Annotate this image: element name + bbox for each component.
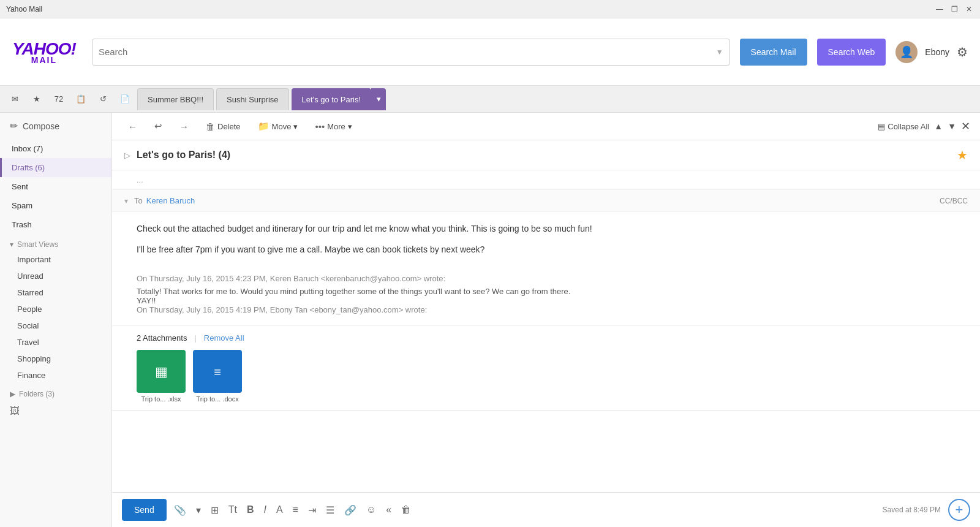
cc-bcc-button[interactable]: CC/BCC bbox=[940, 197, 968, 205]
sidebar-item-finance[interactable]: Finance bbox=[0, 367, 111, 384]
sort-up-button[interactable]: ▲ bbox=[934, 121, 943, 131]
attachment-thumb-docx: ≡ bbox=[193, 350, 242, 393]
tab-paris[interactable]: Let's go to Paris! bbox=[292, 88, 371, 110]
italic-icon[interactable]: I bbox=[261, 502, 268, 518]
smart-views-header[interactable]: ▾ Smart Views bbox=[0, 234, 111, 251]
sidebar-item-drafts[interactable]: Drafts (6) bbox=[0, 158, 111, 177]
align-icon[interactable]: ☰ bbox=[323, 502, 337, 518]
sidebar-item-inbox[interactable]: Inbox (7) bbox=[0, 139, 111, 158]
remove-all-button[interactable]: Remove All bbox=[204, 333, 244, 343]
attachment-name-xlsx: Trip to... .xlsx bbox=[141, 395, 181, 403]
tab-icon-doc[interactable]: 📄 bbox=[115, 89, 135, 109]
header: YAHOO! MAIL ▼ Search Mail Search Web 👤 E… bbox=[0, 18, 980, 86]
compose-toolbar-dropdown[interactable]: ▾ bbox=[194, 502, 203, 518]
delete-icon: 🗑 bbox=[206, 121, 215, 132]
email-quoted-section: On Thursday, July 16, 2015 4:23 PM, Kere… bbox=[112, 274, 980, 325]
indent-icon[interactable]: ⇥ bbox=[306, 502, 318, 518]
bold-icon[interactable]: B bbox=[244, 502, 257, 518]
tab-icon-mail[interactable]: ✉ bbox=[5, 89, 24, 109]
settings-icon[interactable]: ⚙ bbox=[957, 45, 968, 59]
saved-text: Saved at 8:49 PM bbox=[883, 506, 941, 514]
titlebar: Yahoo Mail — ❐ ✕ bbox=[0, 0, 980, 18]
compose-label: Compose bbox=[23, 121, 59, 131]
inbox-label: Inbox (7) bbox=[12, 144, 43, 153]
back-icon: ← bbox=[128, 121, 137, 132]
table-icon[interactable]: ⊞ bbox=[208, 502, 221, 518]
search-dropdown-icon[interactable]: ▼ bbox=[716, 48, 723, 56]
sidebar-item-shopping[interactable]: Shopping bbox=[0, 351, 111, 367]
body-line-2: I'll be free after 7pm if you want to gi… bbox=[137, 243, 968, 256]
smart-views-label: Smart Views bbox=[17, 240, 58, 249]
link-icon[interactable]: 🔗 bbox=[342, 502, 359, 518]
reply-icon[interactable]: « bbox=[383, 502, 394, 518]
quote-header-2: On Thursday, July 16, 2015 4:19 PM, Ebon… bbox=[137, 305, 968, 314]
sent-label: Sent bbox=[12, 182, 28, 191]
add-button[interactable]: + bbox=[948, 499, 970, 521]
folders-label: Folders (3) bbox=[19, 390, 55, 398]
search-input[interactable] bbox=[99, 47, 716, 57]
more-icon: ••• bbox=[315, 121, 325, 132]
attachments-section: 2 Attachments | Remove All ▦ Trip to... … bbox=[112, 325, 980, 410]
sidebar-item-people[interactable]: People bbox=[0, 301, 111, 317]
list-icon[interactable]: ≡ bbox=[290, 502, 301, 518]
forward-button[interactable]: → bbox=[173, 118, 195, 135]
tab-dropdown-button[interactable]: ▾ bbox=[371, 88, 386, 110]
sidebar-item-sent[interactable]: Sent bbox=[0, 177, 111, 196]
back-button[interactable]: ← bbox=[122, 118, 143, 135]
star-button[interactable]: ★ bbox=[957, 148, 968, 162]
delete-button[interactable]: 🗑 Delete bbox=[200, 118, 247, 135]
email-body: Check out the attached budget and itiner… bbox=[112, 212, 980, 274]
collapse-all-button[interactable]: ▤ Collapse All bbox=[878, 122, 929, 131]
drafts-label: Drafts (6) bbox=[12, 163, 45, 172]
tab-icon-list[interactable]: 📋 bbox=[71, 89, 91, 109]
send-button[interactable]: Send bbox=[122, 499, 167, 521]
trash-label: Trash bbox=[12, 220, 32, 229]
tab-summer-bbq[interactable]: Summer BBQ!!! bbox=[137, 88, 214, 110]
move-button[interactable]: 📁 Move ▾ bbox=[252, 118, 304, 135]
sidebar-item-important[interactable]: Important bbox=[0, 251, 111, 268]
attachment-docx[interactable]: ≡ Trip to... .docx bbox=[193, 350, 242, 403]
tab-icon-refresh[interactable]: ↺ bbox=[93, 89, 113, 109]
body-line-1: Check out the attached budget and itiner… bbox=[137, 222, 968, 235]
sidebar-bottom-icon[interactable]: 🖼 bbox=[0, 401, 111, 422]
email-recipient[interactable]: Keren Baruch bbox=[146, 196, 195, 205]
attachment-name-docx: Trip to... .docx bbox=[196, 395, 238, 403]
search-web-button[interactable]: Search Web bbox=[817, 39, 886, 66]
sidebar-item-trash[interactable]: Trash bbox=[0, 215, 111, 234]
forward-icon: → bbox=[179, 121, 189, 132]
close-window-button[interactable]: ✕ bbox=[964, 4, 974, 14]
search-mail-button[interactable]: Search Mail bbox=[740, 39, 807, 66]
spam-label: Spam bbox=[12, 201, 32, 210]
toolbar-right: ▤ Collapse All ▲ ▼ ✕ bbox=[878, 119, 970, 133]
tab-icon-star[interactable]: ★ bbox=[27, 89, 47, 109]
more-button[interactable]: ••• More ▾ bbox=[309, 118, 358, 135]
tab-icon-count[interactable]: 72 bbox=[49, 89, 69, 109]
maximize-button[interactable]: ❐ bbox=[949, 4, 959, 14]
tab-sushi-surprise[interactable]: Sushi Surprise bbox=[216, 88, 289, 110]
sidebar-item-travel[interactable]: Travel bbox=[0, 334, 111, 351]
folders-header[interactable]: ▶ Folders (3) bbox=[0, 384, 111, 401]
email-toggle[interactable]: ▾ bbox=[124, 197, 128, 205]
folders-toggle-icon: ▶ bbox=[10, 390, 15, 398]
font-color-icon[interactable]: A bbox=[274, 502, 285, 518]
content: ← ↩ → 🗑 Delete 📁 Move ▾ ••• More ▾ bbox=[112, 113, 980, 527]
compose-button[interactable]: ✏ Compose bbox=[0, 113, 111, 139]
sidebar-item-social[interactable]: Social bbox=[0, 317, 111, 334]
sidebar-item-spam[interactable]: Spam bbox=[0, 196, 111, 215]
sort-down-button[interactable]: ▼ bbox=[948, 121, 956, 131]
minimize-button[interactable]: — bbox=[935, 4, 944, 14]
attachment-xlsx[interactable]: ▦ Trip to... .xlsx bbox=[137, 350, 186, 403]
close-thread-button[interactable]: ✕ bbox=[961, 119, 970, 133]
font-size-icon[interactable]: Tt bbox=[226, 502, 239, 518]
emoji-icon[interactable]: ☺ bbox=[364, 502, 379, 518]
thread-toggle[interactable]: ▷ bbox=[124, 151, 130, 160]
sidebar-item-unread[interactable]: Unread bbox=[0, 268, 111, 284]
search-bar[interactable]: ▼ bbox=[92, 39, 730, 66]
email-meta: ▾ To Keren Baruch CC/BCC bbox=[112, 190, 980, 212]
reply-all-button[interactable]: ↩ bbox=[148, 118, 168, 135]
email-toolbar: ← ↩ → 🗑 Delete 📁 Move ▾ ••• More ▾ bbox=[112, 113, 980, 140]
trash-compose-icon[interactable]: 🗑 bbox=[399, 502, 413, 518]
attach-icon[interactable]: 📎 bbox=[172, 502, 189, 518]
sidebar-item-starred[interactable]: Starred bbox=[0, 284, 111, 301]
avatar: 👤 bbox=[895, 41, 918, 63]
